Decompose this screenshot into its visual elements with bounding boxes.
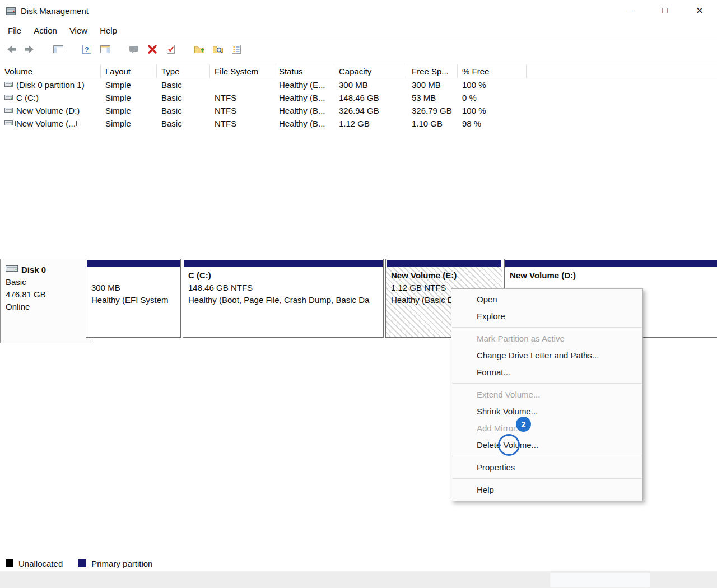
menu-action[interactable]: Action [27, 26, 63, 35]
partition-title: New Volume (E:) [391, 269, 497, 282]
task-list-button[interactable] [229, 43, 244, 58]
back-button[interactable] [4, 43, 18, 58]
primary-partition-color-strip [184, 260, 383, 267]
context-menu-separator [452, 327, 642, 328]
maximize-icon: □ [662, 6, 668, 16]
find-folder-button[interactable] [211, 43, 225, 58]
console-tree-icon [52, 43, 64, 57]
cell-capacity: 300 MB [334, 80, 407, 90]
menu-help[interactable]: Help [94, 26, 123, 35]
cell-file-system: NTFS [210, 93, 274, 102]
context-menu-item-mark-partition-active: Mark Partition as Active [451, 330, 642, 347]
context-menu-item-format[interactable]: Format... [451, 364, 642, 381]
title-bar: Disk Management ─ □ × [0, 0, 717, 21]
show-action-pane-button[interactable] [98, 43, 113, 58]
close-button[interactable]: × [682, 0, 717, 21]
delete-button[interactable] [145, 43, 160, 58]
delete-icon [146, 43, 159, 57]
partition-size: 300 MB [91, 282, 175, 294]
column-header-volume[interactable]: Volume [0, 64, 101, 78]
help-button[interactable]: ? [80, 43, 94, 58]
toolbar-separator [69, 50, 76, 50]
cell-free-space: 1.10 GB [407, 119, 458, 128]
forward-button[interactable] [22, 43, 37, 58]
primary-partition-swatch [78, 559, 86, 567]
folder-open-icon [193, 43, 206, 57]
disk-management-icon [6, 7, 16, 15]
cell-volume: New Volume (... [0, 119, 101, 128]
context-menu-item-change-drive-letter[interactable]: Change Drive Letter and Paths... [451, 347, 642, 364]
window-title: Disk Management [21, 6, 89, 16]
cell-capacity: 1.12 GB [334, 119, 407, 128]
volume-row-d[interactable]: New Volume (D:) Simple Basic NTFS Health… [0, 104, 717, 117]
minimize-icon: ─ [627, 6, 633, 15]
context-menu-item-extend-volume: Extend Volume... [451, 386, 642, 403]
toolbar-separator [182, 50, 188, 50]
cell-volume: C (C:) [0, 93, 101, 102]
column-header-filler [527, 64, 717, 78]
menu-view[interactable]: View [63, 26, 94, 35]
bottom-highlight [550, 573, 650, 587]
cell-pct-free: 0 % [458, 93, 527, 102]
context-menu-item-shrink-volume[interactable]: Shrink Volume... [451, 403, 642, 420]
partition-efi[interactable]: 300 MB Healthy (EFI System [86, 259, 181, 338]
primary-partition-color-strip [87, 260, 180, 267]
task-check-button[interactable] [164, 43, 178, 58]
menu-file[interactable]: File [2, 26, 27, 35]
toolbar-separator [41, 50, 47, 50]
step-2-badge: 2 [516, 417, 531, 432]
disk-status: Online [6, 301, 90, 313]
column-header-layout[interactable]: Layout [101, 64, 157, 78]
partition-title: New Volume (D:) [510, 269, 715, 282]
disk-name: Disk 0 [21, 264, 46, 276]
cell-capacity: 326.94 GB [334, 106, 407, 115]
disk-management-window: Disk Management ─ □ × File Action View H… [0, 0, 717, 588]
cell-status: Healthy (B... [274, 93, 334, 102]
column-header-status[interactable]: Status [274, 64, 334, 78]
console-window-button[interactable] [127, 43, 141, 58]
volume-name: C (C:) [16, 93, 39, 102]
action-pane-icon [99, 43, 111, 57]
cell-file-system: NTFS [210, 106, 274, 115]
context-menu-item-help[interactable]: Help [451, 482, 642, 498]
column-header-pct-free[interactable]: % Free [458, 64, 527, 78]
volume-icon [4, 93, 13, 102]
disk-type: Basic [6, 276, 90, 288]
context-menu-item-explore[interactable]: Explore [451, 308, 642, 325]
column-header-file-system[interactable]: File System [210, 64, 274, 78]
cell-capacity: 148.46 GB [334, 93, 407, 102]
open-folder-button[interactable] [192, 43, 207, 58]
partition-context-menu: Open Explore Mark Partition as Active Ch… [451, 288, 643, 501]
column-header-capacity[interactable]: Capacity [334, 64, 407, 78]
volume-row-efi[interactable]: (Disk 0 partition 1) Simple Basic Health… [0, 78, 717, 91]
task-list-icon [230, 43, 243, 57]
disk-size: 476.81 GB [6, 288, 90, 301]
partition-title: C (C:) [188, 269, 378, 282]
toolbar: ? [0, 40, 717, 60]
svg-text:?: ? [85, 46, 89, 54]
unallocated-swatch [6, 559, 13, 567]
context-menu-item-properties[interactable]: Properties [451, 459, 642, 476]
maximize-button[interactable]: □ [648, 0, 682, 21]
column-header-free-space[interactable]: Free Sp... [407, 64, 458, 78]
column-header-type[interactable]: Type [157, 64, 210, 78]
window-controls: ─ □ × [613, 0, 717, 21]
cell-pct-free: 100 % [458, 80, 527, 90]
volume-icon [4, 119, 13, 128]
close-icon: × [696, 3, 704, 18]
menu-bar: File Action View Help [0, 21, 717, 40]
bottom-strip [0, 571, 717, 588]
cell-free-space: 326.79 GB [407, 106, 458, 115]
volume-row-e[interactable]: New Volume (... Simple Basic NTFS Health… [0, 117, 717, 130]
volume-row-c[interactable]: C (C:) Simple Basic NTFS Healthy (B... 1… [0, 91, 717, 104]
context-menu-separator [452, 478, 642, 479]
disk0-panel[interactable]: Disk 0 Basic 476.81 GB Online [0, 259, 94, 343]
volume-name: (Disk 0 partition 1) [16, 80, 85, 90]
cell-type: Basic [157, 93, 210, 102]
partition-c[interactable]: C (C:) 148.46 GB NTFS Healthy (Boot, Pag… [183, 259, 384, 338]
minimize-button[interactable]: ─ [613, 0, 648, 21]
cell-free-space: 300 MB [407, 80, 458, 90]
show-console-tree-button[interactable] [51, 43, 66, 58]
context-menu-item-delete-volume[interactable]: Delete Volume... [451, 437, 642, 454]
context-menu-item-open[interactable]: Open [451, 291, 642, 308]
